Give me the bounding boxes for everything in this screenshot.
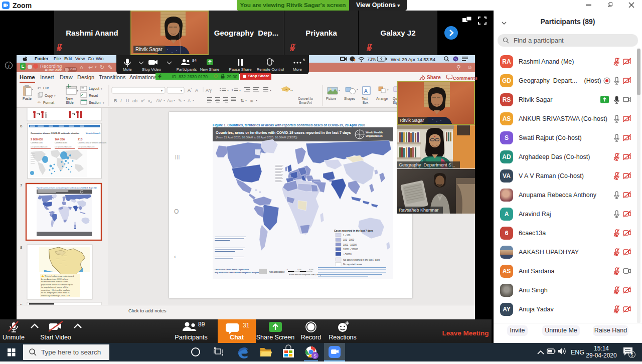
svg-text:Text: Text (362, 97, 368, 100)
svg-text:✄: ✄ (38, 86, 41, 90)
svg-text:to population of some of the: to population of some of the (41, 286, 69, 288)
svg-text:▾: ▾ (387, 88, 389, 91)
svg-text:Start Video: Start Video (40, 334, 71, 341)
svg-text:10001 - 50000: 10001 - 50000 (343, 248, 358, 251)
svg-text:1 - 100: 1 - 100 (343, 234, 351, 237)
svg-text:▾: ▾ (270, 89, 271, 92)
svg-text:Cut: Cut (43, 86, 49, 90)
svg-text:Slide: Slide (66, 101, 74, 104)
svg-text:x₂: x₂ (148, 98, 152, 103)
svg-text:✏: ✏ (38, 100, 41, 105)
svg-text:he marked the Indian states: he marked the Indian states (41, 280, 69, 283)
svg-text:Mute: Mute (123, 67, 131, 72)
svg-text:▾: ▾ (181, 89, 182, 92)
svg-text:SmartArt: SmartArt (299, 101, 312, 104)
svg-text:indirectly handling COVID-19: indirectly handling COVID-19 (41, 294, 70, 297)
svg-text:Layout: Layout (89, 87, 99, 91)
svg-text:▾: ▾ (291, 89, 293, 92)
svg-text:Participants: Participants (175, 334, 207, 341)
svg-text:View dashboard ›: View dashboard › (86, 132, 101, 134)
svg-text:countries . He tried to explai: countries . He tried to explain (41, 289, 70, 291)
svg-text:15:14: 15:14 (594, 345, 609, 352)
svg-text:(From 21 April 2020, 10:00AM: (From 21 April 2020, 10:00AM to 28 April… (216, 136, 297, 139)
svg-text:Shapes: Shapes (344, 97, 356, 101)
svg-text:Cases reported in the last 7 d: Cases reported in the last 7 days (334, 229, 373, 232)
svg-text:to his employees that India is: to his employees that India is (41, 291, 70, 294)
svg-text:Reactions: Reactions (329, 334, 357, 341)
svg-text:Leave Meeting: Leave Meeting (442, 329, 489, 337)
svg-text:Confirmed cases: Confirmed cases (31, 142, 43, 144)
svg-text:> 50000: > 50000 (343, 253, 352, 256)
svg-text:1001 - 10000: 1001 - 10000 (343, 244, 357, 246)
svg-text:Record: Record (301, 334, 321, 341)
svg-text:7: 7 (20, 183, 23, 188)
svg-text:Figure 1. Countries, territori: Figure 1. Countries, territories or area… (37, 187, 97, 189)
svg-text:89: 89 (198, 321, 205, 328)
svg-text:Unmute: Unmute (3, 334, 25, 341)
svg-text:▾: ▾ (103, 101, 104, 104)
svg-text:✎: ✎ (178, 98, 182, 103)
svg-text:1.: 1. (231, 88, 235, 92)
svg-text:Picture: Picture (326, 97, 337, 100)
svg-text:U: U (126, 98, 129, 103)
svg-text:6: 6 (20, 124, 23, 128)
svg-text:More: More (293, 67, 302, 72)
svg-text:101 - 1000: 101 - 1000 (343, 239, 354, 241)
svg-text:Format: Format (43, 101, 54, 104)
svg-text:Copy: Copy (45, 94, 53, 98)
svg-text:Reset: Reset (89, 94, 98, 97)
svg-text:Not applicable: Not applicable (269, 270, 285, 273)
svg-text:▾: ▾ (339, 89, 340, 92)
svg-text:Confirmed deaths: Confirmed deaths (55, 142, 68, 144)
svg-text:8: 8 (20, 245, 23, 250)
svg-text:▾: ▾ (161, 89, 163, 92)
svg-text:New: New (66, 97, 73, 100)
svg-text:▾: ▾ (245, 99, 247, 102)
svg-text:2 808 635: 2 808 635 (31, 138, 43, 141)
svg-text:S: S (313, 353, 316, 358)
svg-text:Box: Box (363, 101, 369, 104)
svg-text:1,750: 1,750 (297, 269, 301, 271)
svg-text:▾: ▾ (101, 87, 102, 90)
svg-text:Map Production: WHO Health Eme: Map Production: WHO Health Emergencies P… (215, 272, 262, 274)
svg-text:Pause Share: Pause Share (229, 67, 251, 72)
svg-text:Data Source: World Health Orga: Data Source: World Health Organization (215, 269, 249, 271)
svg-text:3,500: 3,500 (309, 269, 313, 271)
svg-text:▾: ▾ (32, 88, 33, 91)
svg-text:population which is almost equ: population which is almost equal (41, 283, 73, 286)
svg-text:Aˆ: Aˆ (188, 88, 192, 93)
svg-text:ab: ab (132, 98, 137, 103)
svg-text:No cases reported in the last: No cases reported in the last 7 days (343, 259, 380, 261)
svg-text:Stop Video: Stop Video (142, 67, 162, 72)
svg-text:AV: AV (156, 98, 162, 103)
svg-text:▾: ▾ (174, 99, 175, 102)
svg-text:Participants: Participants (177, 67, 197, 72)
svg-text:31: 31 (243, 322, 250, 329)
svg-text:▾: ▾ (54, 94, 56, 97)
svg-text:B: B (114, 98, 117, 103)
svg-text:0: 0 (287, 269, 288, 271)
svg-text:5: 5 (303, 58, 305, 62)
svg-text:A: A (195, 88, 198, 93)
svg-text:New Share: New Share (200, 67, 220, 72)
svg-text:▾: ▾ (357, 88, 358, 91)
svg-text:213: 213 (78, 138, 82, 141)
svg-text:▾: ▾ (227, 89, 229, 92)
svg-text:Last updated 29 April 2020: Last updated 29 April 2020 (31, 146, 48, 148)
svg-text:Paste: Paste (23, 97, 32, 100)
svg-text:▾: ▾ (239, 89, 241, 92)
svg-text:No reported cases: No reported cases (343, 263, 362, 266)
svg-text:Aa: Aa (167, 98, 173, 103)
svg-text:ENG: ENG (571, 349, 584, 356)
svg-text:▾: ▾ (164, 99, 165, 102)
svg-text:World Health: World Health (366, 131, 383, 134)
svg-text:by an American CEO where: by an American CEO where (41, 278, 69, 280)
svg-text:▾: ▾ (184, 99, 185, 102)
svg-text:▾: ▾ (193, 99, 194, 102)
svg-text:Countries, areas or territorie: Countries, areas or territories with COV… (216, 130, 351, 135)
svg-text:Arrange: Arrange (376, 97, 388, 101)
svg-text:Coronavirus disease COVID-19 o: Coronavirus disease COVID-19 outbreaks s… (31, 132, 79, 134)
svg-text:Last updated 29 April 2020: Last updated 29 April 2020 (55, 146, 72, 148)
svg-text:I: I (120, 98, 122, 103)
svg-text:⧈: ⧈ (250, 98, 253, 103)
